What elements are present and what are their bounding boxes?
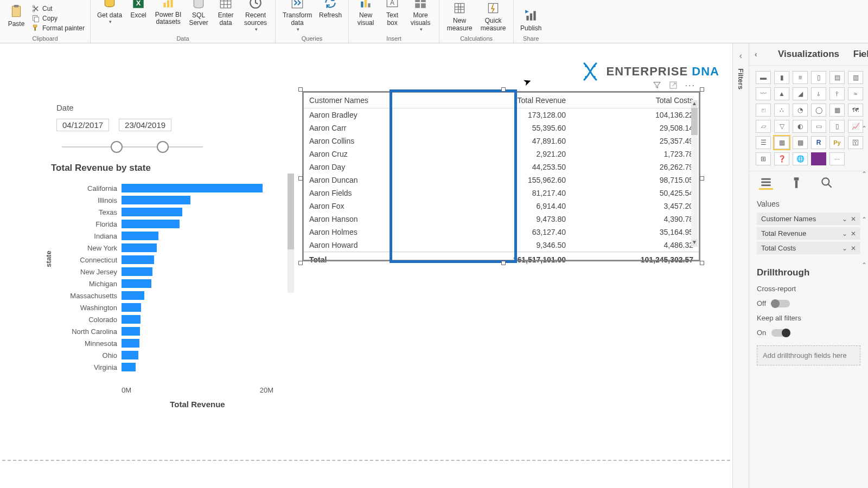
line-clustered-column-icon[interactable]: ⫯ xyxy=(829,87,845,100)
pane-chevron-icon[interactable]: ⌃ xyxy=(861,261,867,269)
refresh-button[interactable]: Refresh xyxy=(316,0,345,20)
pie-chart-icon[interactable]: ◔ xyxy=(793,104,808,117)
more-visuals-button[interactable]: More visuals▾ xyxy=(405,0,436,33)
cut-button[interactable]: Cut xyxy=(29,4,87,14)
col-header-costs[interactable]: Total Costs xyxy=(571,93,699,108)
bar-rect[interactable] xyxy=(122,220,180,228)
chevron-down-icon[interactable]: ⌄ xyxy=(842,215,847,223)
bar-row[interactable]: Michigan xyxy=(51,278,284,290)
bar-row[interactable]: Massachusetts xyxy=(51,290,284,301)
drillthrough-drop-area[interactable]: Add drillthrough fields here xyxy=(757,345,860,365)
filled-map-icon[interactable]: ▱ xyxy=(756,120,771,133)
copy-button[interactable]: Copy xyxy=(29,14,87,23)
bar-rect[interactable] xyxy=(122,184,263,192)
col-header-revenue[interactable]: Total Revenue xyxy=(444,93,571,108)
key-influencers-icon[interactable]: ⚿ xyxy=(848,136,863,149)
bar-row[interactable]: North Carolina xyxy=(51,325,284,337)
new-measure-button[interactable]: New measure xyxy=(443,0,476,33)
analytics-tab-icon[interactable] xyxy=(820,176,834,190)
table-row[interactable]: Aaron Day44,253.5026,262.79 xyxy=(304,160,699,174)
bar-rect[interactable] xyxy=(122,196,190,204)
chevron-down-icon[interactable]: ⌄ xyxy=(842,230,847,237)
table-row[interactable]: Aaron Duncan155,962.6098,715.05 xyxy=(304,174,699,187)
table-row[interactable]: Aaron Bradley173,128.00104,136.22 xyxy=(304,108,699,122)
bar-row[interactable]: Washington xyxy=(51,301,284,313)
bar-rect[interactable] xyxy=(122,267,152,276)
pane-chevron-icon[interactable]: ⌃ xyxy=(861,216,867,223)
customer-table-visual[interactable]: ··· Customer Names Total Revenue Total C… xyxy=(303,92,699,260)
pbi-datasets-button[interactable]: Power BI datasets xyxy=(151,0,185,27)
donut-chart-icon[interactable]: ◯ xyxy=(811,104,826,117)
card-icon[interactable]: ▭ xyxy=(811,120,826,133)
table-row[interactable]: Aaron Collins47,891.6025,357.49 xyxy=(304,134,699,147)
bar-row[interactable]: Connecticut xyxy=(51,254,284,266)
ribbon-chart-icon[interactable]: ≈ xyxy=(848,87,863,100)
treemap-icon[interactable]: ▦ xyxy=(829,104,845,117)
bar-rect[interactable] xyxy=(122,315,141,324)
more-options-icon[interactable]: ··· xyxy=(685,81,695,92)
bar-rect[interactable] xyxy=(122,339,139,348)
stacked-column-icon[interactable]: ▮ xyxy=(774,71,789,84)
collapse-viz-icon[interactable]: ‹ xyxy=(755,50,757,59)
report-canvas[interactable]: ➤ ENTERPRISE DNA Date 04/12/2017 23/04/2… xyxy=(0,43,732,488)
field-well-customer[interactable]: Customer Names ⌄✕ xyxy=(757,213,860,225)
remove-field-icon[interactable]: ✕ xyxy=(851,215,856,223)
format-tab-icon[interactable] xyxy=(789,176,803,190)
bar-rect[interactable] xyxy=(122,291,144,300)
bar-row[interactable]: Illinois xyxy=(51,194,284,206)
table-row[interactable]: Aaron Carr55,395.6029,508.14 xyxy=(304,121,699,134)
publish-button[interactable]: Publish xyxy=(517,7,545,33)
bar-rect[interactable] xyxy=(122,351,138,359)
bar-rect[interactable] xyxy=(122,303,141,312)
table-row[interactable]: Aaron Cruz2,921.201,723.78 xyxy=(304,147,699,160)
filter-icon[interactable] xyxy=(653,81,661,92)
expand-filters-icon[interactable]: ‹ xyxy=(739,51,742,61)
powerapps-icon[interactable] xyxy=(811,152,826,165)
bar-row[interactable]: Virginia xyxy=(51,361,284,373)
matrix-icon[interactable]: ▩ xyxy=(793,136,808,149)
area-chart-icon[interactable]: ▲ xyxy=(774,87,789,100)
waterfall-icon[interactable]: ⏍ xyxy=(756,104,771,117)
qa-visual-icon[interactable]: ❓ xyxy=(774,152,789,165)
bar-row[interactable]: Indiana xyxy=(51,230,284,242)
decomposition-icon[interactable]: ⊞ xyxy=(756,152,771,165)
sql-server-button[interactable]: SQL Server xyxy=(185,0,212,28)
funnel-icon[interactable]: ▽ xyxy=(774,120,789,133)
line-stacked-column-icon[interactable]: ⫰ xyxy=(811,87,826,100)
table-row[interactable]: Aaron Howard9,346.504,486.32 xyxy=(304,239,699,252)
table-row[interactable]: Aaron Holmes63,127.4035,164.95 xyxy=(304,226,699,239)
bar-row[interactable]: California xyxy=(51,182,284,194)
line-chart-icon[interactable]: 〰 xyxy=(756,87,771,100)
pane-chevron-icon[interactable]: ⌃ xyxy=(861,170,867,178)
date-slicer[interactable]: Date 04/12/2017 23/04/2019 xyxy=(56,103,219,155)
slider-handle-end[interactable] xyxy=(157,141,169,153)
kpi-icon[interactable]: 📈 xyxy=(848,120,863,133)
field-well-revenue[interactable]: Total Revenue ⌄✕ xyxy=(757,227,860,240)
recent-sources-button[interactable]: Recent sources▾ xyxy=(239,0,272,33)
bar-row[interactable]: Colorado xyxy=(51,313,284,325)
pane-chevron-icon[interactable]: ⌃ xyxy=(861,125,867,132)
chart-scrollbar[interactable] xyxy=(288,174,294,293)
bar-row[interactable]: Texas xyxy=(51,206,284,218)
map-icon[interactable]: 🗺 xyxy=(848,104,863,117)
col-header-customer[interactable]: Customer Names xyxy=(304,93,444,108)
quick-measure-button[interactable]: Quick measure xyxy=(476,0,510,33)
gauge-icon[interactable]: ◐ xyxy=(793,120,808,133)
bar-row[interactable]: New York xyxy=(51,242,284,254)
slicer-end-date[interactable]: 23/04/2019 xyxy=(119,119,171,131)
bar-row[interactable]: New Jersey xyxy=(51,266,284,278)
stacked-bar-icon[interactable]: ▬ xyxy=(756,71,771,84)
format-painter-button[interactable]: Format painter xyxy=(29,23,87,33)
scatter-icon[interactable]: ∴ xyxy=(774,104,789,117)
new-visual-button[interactable]: New visual xyxy=(352,0,379,28)
python-visual-icon[interactable]: Py xyxy=(829,136,845,149)
remove-field-icon[interactable]: ✕ xyxy=(851,230,856,237)
bar-row[interactable]: Ohio xyxy=(51,349,284,361)
table-scrollbar[interactable] xyxy=(691,108,698,243)
bar-rect[interactable] xyxy=(122,327,140,336)
bar-rect[interactable] xyxy=(122,255,154,264)
table-icon[interactable]: ▦ xyxy=(774,136,789,149)
stacked-area-icon[interactable]: ◢ xyxy=(793,87,808,100)
slicer-icon[interactable]: ☰ xyxy=(756,136,771,149)
slicer-start-date[interactable]: 04/12/2017 xyxy=(56,119,109,131)
